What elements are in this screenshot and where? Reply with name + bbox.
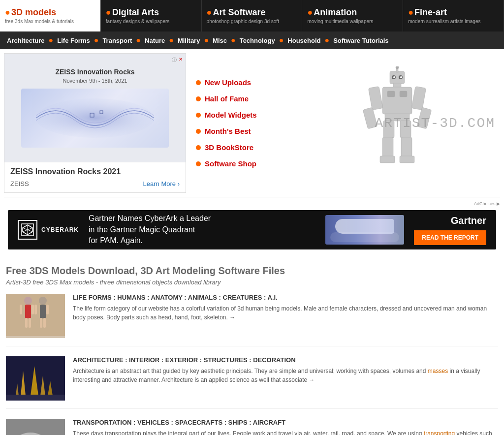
svg-rect-38 bbox=[40, 305, 46, 318]
lifeforms-thumb-svg bbox=[6, 294, 65, 336]
bullet-icon bbox=[196, 113, 201, 118]
section-title: Free 3DS Models Download, 3D Art Modelin… bbox=[6, 265, 498, 277]
nav-technology[interactable]: Technology bbox=[238, 37, 277, 44]
svg-rect-49 bbox=[6, 395, 65, 401]
nav-life-forms[interactable]: Life Forms bbox=[55, 37, 92, 44]
zeiss-ad-footer: ZEISS Innovation Rocks 2021 ZEISS Learn … bbox=[4, 162, 186, 192]
menu-3d-bookstore[interactable]: 3D BookStore bbox=[196, 143, 284, 152]
menu-new-uploads[interactable]: New Uploads bbox=[196, 78, 284, 87]
svg-rect-36 bbox=[32, 305, 34, 314]
zeiss-learn-more[interactable]: Learn More › bbox=[143, 180, 180, 187]
nav-sep-3: ● bbox=[136, 36, 141, 45]
svg-rect-6 bbox=[393, 83, 401, 87]
thumb-life-forms[interactable] bbox=[6, 294, 65, 338]
zeiss-ad-container[interactable]: ⓘ✕ ZEISS Innovation Rocks November 9th -… bbox=[4, 53, 186, 193]
menu-label-software-shop[interactable]: Software Shop bbox=[205, 159, 256, 168]
menu-label-3d-bookstore[interactable]: 3D BookStore bbox=[205, 143, 253, 152]
main-content: ⓘ✕ ZEISS Innovation Rocks November 9th -… bbox=[0, 49, 504, 435]
nav-item-art-software[interactable]: ●Art Software photoshop graphic design 3… bbox=[202, 0, 303, 31]
nav-subtitle-3d-models: free 3ds Max models & tutorials bbox=[5, 19, 95, 24]
category-title-architecture[interactable]: ARCHITECTURE : INTERIOR : EXTERIOR : STR… bbox=[73, 356, 498, 364]
gartner-brand: Gartner bbox=[451, 215, 486, 226]
link-masses[interactable]: masses bbox=[428, 368, 448, 374]
svg-rect-20 bbox=[400, 156, 414, 163]
svg-rect-39 bbox=[40, 318, 42, 328]
nav-sep-8: ● bbox=[324, 36, 329, 45]
ad-info-icon: ⓘ✕ bbox=[172, 57, 183, 63]
nav-title-art-software: ●Art Software bbox=[207, 7, 297, 18]
nav-sep-1: ● bbox=[49, 36, 54, 45]
menu-label-model-widgets[interactable]: Model Widgets bbox=[205, 111, 257, 119]
nav-subtitle-animation: moving multimedia wallpapers bbox=[307, 19, 398, 24]
svg-rect-42 bbox=[46, 305, 49, 314]
category-title-life-forms[interactable]: LIFE FORMS : HUMANS : ANATOMY : ANIMALS … bbox=[73, 294, 498, 301]
category-life-forms: LIFE FORMS : HUMANS : ANATOMY : ANIMALS … bbox=[6, 294, 498, 346]
nav-title-animation: ●Animation bbox=[307, 7, 398, 18]
bullet-icon bbox=[196, 145, 201, 150]
hero-section: ⓘ✕ ZEISS Innovation Rocks November 9th -… bbox=[0, 49, 504, 197]
zeiss-brand: ZEISS bbox=[10, 180, 29, 187]
svg-rect-30 bbox=[6, 294, 65, 336]
thumb-transportation[interactable] bbox=[6, 419, 65, 435]
nav-architecture[interactable]: Architecture bbox=[5, 37, 47, 44]
menu-label-new-uploads[interactable]: New Uploads bbox=[205, 78, 251, 87]
svg-rect-41 bbox=[34, 305, 37, 314]
zeiss-wave-graphic bbox=[26, 93, 164, 143]
menu-label-months-best[interactable]: Month's Best bbox=[205, 127, 251, 135]
category-desc-architecture: Architecture is an abstract art that gui… bbox=[73, 367, 498, 384]
svg-point-31 bbox=[24, 297, 32, 305]
section-subtitle: Artist-3D free 3DS Max models - three di… bbox=[6, 279, 498, 286]
cyberark-logo: CYBERARK bbox=[18, 220, 79, 240]
nav-item-fine-art[interactable]: ●Fine-art modern surrealism artists imag… bbox=[403, 0, 504, 31]
svg-rect-19 bbox=[380, 156, 395, 163]
category-transportation: TRANSPORTATION : VEHICLES : SPACECRAFTS … bbox=[6, 419, 498, 435]
nav-dot-fine: ● bbox=[408, 7, 413, 17]
nav-item-animation[interactable]: ●Animation moving multimedia wallpapers bbox=[302, 0, 403, 31]
category-desc-life-forms: The life form category of our website ha… bbox=[73, 304, 498, 322]
bullet-icon bbox=[196, 161, 201, 166]
thumb-architecture[interactable] bbox=[6, 356, 65, 401]
nav-misc[interactable]: Misc bbox=[211, 37, 229, 44]
nav-transport[interactable]: Transport bbox=[100, 37, 134, 44]
category-desc-transportation: These days transportation plays the inte… bbox=[73, 429, 498, 435]
cyberark-main-text: Gartner Names CyberArk a Leader in the G… bbox=[89, 213, 315, 246]
cyberark-ad[interactable]: CYBERARK Gartner Names CyberArk a Leader… bbox=[8, 210, 496, 249]
svg-rect-7 bbox=[382, 87, 412, 114]
nav-dot-animation: ● bbox=[307, 7, 313, 17]
free-models-section: Free 3DS Models Download, 3D Art Modelin… bbox=[0, 257, 504, 435]
nav-household[interactable]: Household bbox=[285, 37, 322, 44]
link-transporting[interactable]: transporting bbox=[424, 430, 455, 435]
read-report-button[interactable]: READ THE REPORT bbox=[414, 230, 486, 245]
nav-subtitle-art-software: photoshop graphic design 3d soft bbox=[207, 19, 297, 24]
transport-thumb-svg bbox=[6, 419, 65, 435]
nav-software-tutorials[interactable]: Software Tutorials bbox=[331, 37, 390, 44]
category-info-transportation: TRANSPORTATION : VEHICLES : SPACECRAFTS … bbox=[73, 419, 498, 435]
cyberark-logo-icon bbox=[18, 220, 37, 240]
nav-sep-2: ● bbox=[94, 36, 99, 45]
site-logo: ARTIST-3D.COM bbox=[375, 116, 495, 131]
hero-menu: New Uploads Hall of Fame Model Widgets M… bbox=[186, 53, 294, 193]
menu-model-widgets[interactable]: Model Widgets bbox=[196, 111, 284, 119]
nav-nature[interactable]: Nature bbox=[143, 37, 167, 44]
svg-rect-40 bbox=[43, 318, 46, 328]
menu-label-hall-of-fame[interactable]: Hall of Fame bbox=[205, 94, 249, 103]
category-title-transportation[interactable]: TRANSPORTATION : VEHICLES : SPACECRAFTS … bbox=[73, 419, 498, 426]
menu-hall-of-fame[interactable]: Hall of Fame bbox=[196, 94, 284, 103]
nav-item-digital-arts[interactable]: ●Digital Arts fantasy designs & wallpape… bbox=[101, 0, 202, 31]
svg-point-0 bbox=[36, 98, 154, 138]
nav-military[interactable]: Military bbox=[176, 37, 202, 44]
cyberark-icon-svg bbox=[21, 223, 34, 237]
menu-software-shop[interactable]: Software Shop bbox=[196, 159, 284, 168]
nav-subtitle-digital-arts: fantasy designs & wallpapers bbox=[106, 19, 196, 24]
arch-thumb-svg bbox=[6, 356, 65, 401]
nav-item-3d-models[interactable]: ●3D models free 3ds Max models & tutoria… bbox=[0, 0, 101, 31]
cyberark-ad-right: Gartner READ THE REPORT bbox=[414, 215, 486, 245]
menu-months-best[interactable]: Month's Best bbox=[196, 127, 284, 135]
svg-rect-50 bbox=[6, 419, 65, 435]
nav-subtitle-fine-art: modern surrealism artists images bbox=[408, 19, 499, 24]
bullet-icon bbox=[196, 80, 201, 85]
nav-sep-6: ● bbox=[231, 36, 236, 45]
svg-rect-9 bbox=[400, 91, 407, 97]
bullet-icon bbox=[196, 96, 201, 101]
nav-dot: ● bbox=[5, 7, 10, 17]
